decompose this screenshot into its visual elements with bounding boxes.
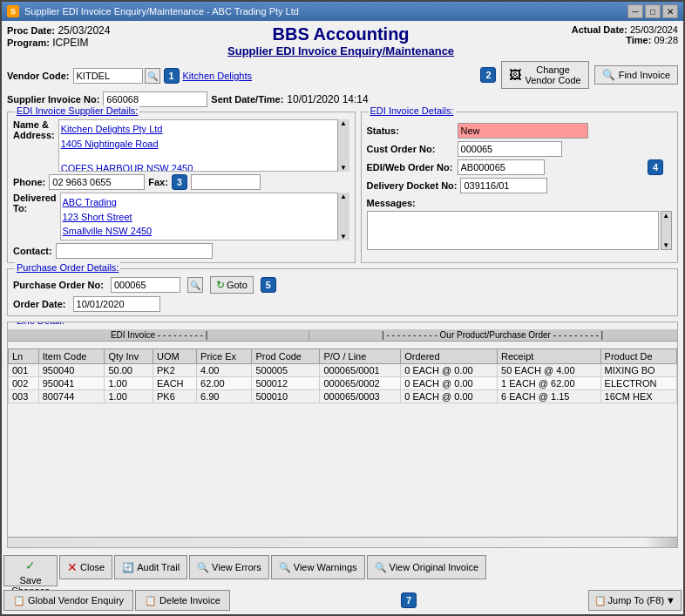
close-window-button[interactable]: ✕: [662, 4, 678, 18]
delivery-docket-input[interactable]: [460, 178, 547, 193]
vendor-code-input[interactable]: [73, 68, 143, 84]
window-title: Supplier EDI Invoice Enquiry/Maintenance…: [24, 6, 299, 17]
table-cell: 950041: [38, 377, 105, 390]
table-cell: 003: [9, 390, 39, 403]
del-line-2[interactable]: 123 Short Street: [63, 210, 347, 225]
two-col-section: EDI Invoice Supplier Details: Name &Addr…: [7, 112, 678, 263]
address-scroll-down[interactable]: ▼: [338, 164, 349, 172]
table-cell: MIXING BO: [600, 364, 676, 377]
table-cell: 16CM HEX: [600, 390, 676, 403]
proc-date-label: Proc Date:: [7, 25, 55, 36]
jump-to-label: Jump To (F8): [608, 595, 665, 606]
col-item-code: Item Code: [38, 349, 105, 364]
table-cell: 50.00: [105, 364, 153, 377]
col-product-de: Product De: [600, 349, 676, 364]
edi-order-row: EDI/Web Order No: 4: [367, 159, 672, 175]
del-scroll-down[interactable]: ▼: [338, 233, 349, 240]
line-detail-title: Line Detail:: [15, 322, 66, 326]
horizontal-scrollbar[interactable]: [8, 537, 677, 547]
po-search-button[interactable]: 🔍: [187, 277, 203, 293]
col-price-ex: Price Ex: [197, 349, 252, 364]
addr-line-2[interactable]: 1405 Nightingale Road: [61, 137, 347, 152]
address-field: Kitchen Delights Pty Ltd 1405 Nightingal…: [58, 119, 349, 172]
address-scroll-up[interactable]: ▲: [338, 119, 349, 127]
po-number-input[interactable]: [111, 277, 180, 293]
audit-trail-button[interactable]: 🔄 Audit Trail: [114, 555, 187, 579]
fax-input[interactable]: [191, 174, 261, 190]
phone-label: Phone:: [13, 177, 45, 187]
section-headers: EDI Invoice - - - - - - - - - | | - - - …: [8, 329, 677, 342]
addr-line-3[interactable]: COFFS HARBOUR NSW 2450: [61, 161, 347, 172]
find-invoice-button[interactable]: 🔍 Find Invoice: [594, 65, 678, 85]
table-cell: 800744: [38, 390, 105, 403]
vendor-search-button[interactable]: 🔍: [145, 68, 160, 84]
edi-order-input[interactable]: [458, 159, 545, 175]
order-date-input[interactable]: [73, 296, 160, 312]
view-original-icon: 🔍: [375, 562, 387, 573]
view-original-button[interactable]: 🔍 View Original Invoice: [367, 555, 487, 579]
del-line-1[interactable]: ABC Trading: [63, 195, 347, 210]
time-label: Time:: [626, 35, 651, 45]
msg-scroll-up[interactable]: ▲: [661, 212, 671, 220]
close-button[interactable]: ✕ Close: [59, 555, 112, 579]
delete-invoice-icon: 📋: [145, 595, 157, 606]
messages-section: Messages: ▲ ▼: [367, 197, 672, 250]
cust-order-input[interactable]: [458, 141, 562, 157]
table-cell: 950040: [38, 364, 105, 377]
maximize-button[interactable]: □: [645, 4, 661, 18]
edi-details-title: EDI Invoice Details:: [369, 105, 456, 116]
messages-textarea[interactable]: [367, 211, 659, 250]
edi-order-label: EDI/Web Order No:: [367, 162, 454, 173]
badge-7: 7: [401, 592, 417, 608]
table-cell: 50 EACH @ 4.00: [498, 364, 601, 377]
table-cell: 0 EACH @ 0.00: [401, 377, 498, 390]
status-label: Status:: [367, 125, 454, 136]
line-detail-table: Ln Item Code Qty Inv UOM Price Ex Prod C…: [8, 349, 677, 403]
del-line-3[interactable]: Smallville NSW 2450: [63, 224, 347, 239]
title-bar: S Supplier EDI Invoice Enquiry/Maintenan…: [2, 2, 683, 21]
global-vendor-button[interactable]: 📋 Global Vendor Enquiry: [3, 590, 133, 611]
view-errors-button[interactable]: 🔍 View Errors: [189, 555, 269, 579]
badge-4: 4: [648, 159, 663, 175]
table-cell: 0 EACH @ 0.00: [401, 364, 498, 377]
table-cell: 001: [9, 364, 39, 377]
badge-1: 1: [164, 68, 180, 84]
status-input[interactable]: [458, 123, 588, 139]
program-label: Program:: [7, 37, 50, 48]
sent-date-value: 10/01/2020 14:14: [287, 93, 368, 105]
close-icon: ✕: [67, 560, 78, 574]
name-address-label: Name &Address:: [13, 119, 55, 172]
delete-invoice-label: Delete Invoice: [159, 595, 220, 606]
save-changes-button[interactable]: ✓ SaveChanges(F6): [3, 555, 58, 586]
del-scroll-up[interactable]: ▲: [338, 193, 349, 200]
order-date-label: Order Date:: [13, 299, 66, 309]
global-vendor-icon: 📋: [13, 595, 25, 606]
table-cell: 500010: [252, 390, 320, 403]
table-cell: 6 EACH @ 1.15: [498, 390, 601, 403]
table-row: 00195004050.00PK24.00500005000065/00010 …: [9, 364, 677, 377]
addr-line-1[interactable]: Kitchen Delights Pty Ltd: [61, 122, 347, 137]
goto-button[interactable]: ↻ Goto: [210, 276, 254, 294]
msg-scroll-down[interactable]: ▼: [661, 241, 671, 249]
table-cell: PK6: [153, 390, 196, 403]
app-icon: S: [7, 5, 19, 17]
minimize-button[interactable]: ─: [627, 4, 643, 18]
save-icon: ✓: [25, 558, 36, 572]
line-detail-table-container[interactable]: Ln Item Code Qty Inv UOM Price Ex Prod C…: [8, 349, 677, 537]
vendor-link[interactable]: Kitchen Delights: [183, 71, 253, 81]
delete-invoice-button[interactable]: 📋 Delete Invoice: [135, 590, 230, 611]
change-vendor-button[interactable]: 🖼 ChangeVendor Code: [501, 61, 588, 89]
col-receipt: Receipt: [498, 349, 601, 364]
contact-input[interactable]: [56, 243, 213, 259]
view-errors-label: View Errors: [212, 562, 261, 572]
our-section-header: | - - - - - - - - - - Our Product/Purcha…: [309, 330, 675, 340]
actual-date-value: 25/03/2024: [630, 24, 678, 35]
change-vendor-icon: 🖼: [509, 68, 521, 82]
messages-label: Messages:: [367, 198, 416, 208]
contact-label: Contact:: [13, 246, 52, 256]
col-ln: Ln: [9, 349, 39, 364]
view-warnings-button[interactable]: 🔍 View Warnings: [271, 555, 365, 579]
phone-input[interactable]: [49, 174, 145, 190]
jump-to-button[interactable]: 📋 Jump To (F8) ▼: [588, 590, 682, 611]
app-name: BBS Accounting: [119, 24, 562, 44]
